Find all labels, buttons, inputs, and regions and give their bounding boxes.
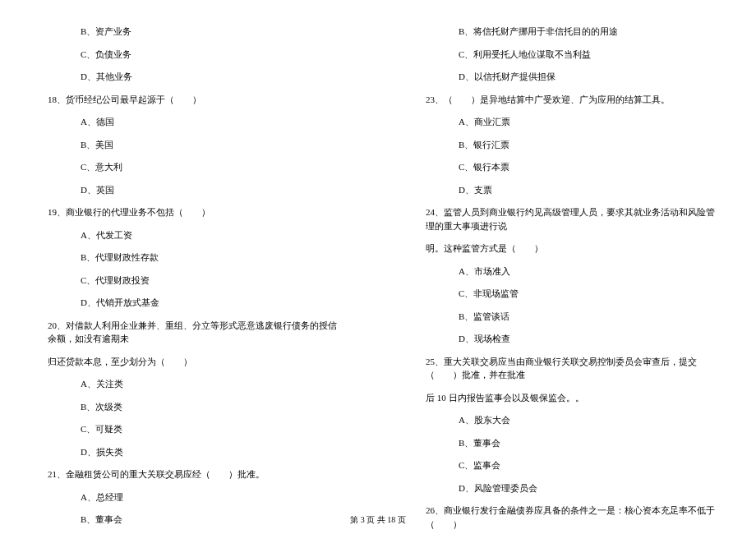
option-item: C、银行本票 <box>411 160 723 174</box>
question-continuation: 后 10 日内报告监事会以及银保监会。。 <box>411 391 723 405</box>
option-item: D、现场检查 <box>411 332 723 346</box>
option-item: A、商业汇票 <box>411 115 723 129</box>
option-item: C、意大利 <box>33 160 345 174</box>
option-item: B、代理财政性存款 <box>33 251 345 265</box>
option-item: A、关注类 <box>33 377 345 391</box>
option-item: B、次级类 <box>33 400 345 414</box>
question-continuation: 明。这种监管方式是（ ） <box>411 242 723 255</box>
option-item: B、银行汇票 <box>411 138 723 152</box>
option-item: D、代销开放式基金 <box>33 296 345 310</box>
option-item: C、负债业务 <box>33 48 345 62</box>
option-item: A、股东大会 <box>411 413 723 427</box>
option-item: D、其他业务 <box>33 70 345 84</box>
option-item: D、损失类 <box>33 445 345 459</box>
question-item: 24、监管人员到商业银行约见高级管理人员，要求其就业务活动和风险管理的重大事项进… <box>411 205 723 232</box>
question-item: 18、货币经纪公司最早起源于（ ） <box>33 93 345 107</box>
option-item: A、总经理 <box>33 490 345 504</box>
page-footer: 第 3 页 共 18 页 <box>0 514 756 526</box>
question-continuation: 归还贷款本息，至少划分为（ ） <box>33 355 345 369</box>
option-item: C、代理财政投资 <box>33 274 345 288</box>
question-item: 23、（ ）是异地结算中广受欢迎、广为应用的结算工具。 <box>411 93 723 107</box>
option-item: B、将信托财产挪用于非信托目的的用途 <box>411 25 723 39</box>
option-item: D、风险管理委员会 <box>411 481 723 495</box>
option-item: A、德国 <box>33 115 345 129</box>
option-item: B、资产业务 <box>33 25 345 39</box>
option-item: A、市场准入 <box>411 265 723 279</box>
right-column: B、将信托财产挪用于非信托目的的用途 C、利用受托人地位谋取不当利益 D、以信托… <box>378 25 756 534</box>
option-item: B、董事会 <box>411 436 723 450</box>
option-item: B、监管谈话 <box>411 310 723 324</box>
document-page: B、资产业务 C、负债业务 D、其他业务 18、货币经纪公司最早起源于（ ） A… <box>0 0 756 534</box>
question-item: 25、重大关联交易应当由商业银行关联交易控制委员会审查后，提交（ ）批准，并在批… <box>411 355 723 382</box>
option-item: C、监事会 <box>411 458 723 472</box>
left-column: B、资产业务 C、负债业务 D、其他业务 18、货币经纪公司最早起源于（ ） A… <box>0 25 378 534</box>
question-item: 20、对借款人利用企业兼并、重组、分立等形式恶意逃废银行债务的授信余额，如没有逾… <box>33 319 345 346</box>
option-item: D、英国 <box>33 183 345 197</box>
option-item: B、美国 <box>33 138 345 152</box>
option-item: C、利用受托人地位谋取不当利益 <box>411 48 723 62</box>
question-item: 21、金融租赁公司的重大关联交易应经（ ）批准。 <box>33 467 345 481</box>
option-item: D、以信托财产提供担保 <box>411 70 723 84</box>
option-item: D、支票 <box>411 183 723 197</box>
question-item: 19、商业银行的代理业务不包括（ ） <box>33 205 345 219</box>
option-item: C、非现场监管 <box>411 287 723 301</box>
option-item: A、代发工资 <box>33 228 345 242</box>
option-item: C、可疑类 <box>33 422 345 436</box>
